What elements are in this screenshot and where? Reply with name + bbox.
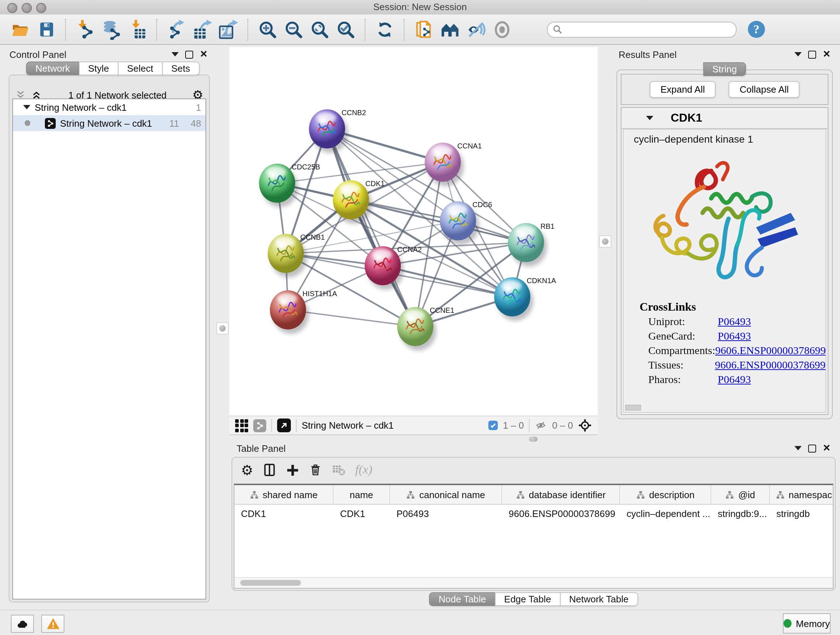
tab-sets[interactable]: Sets: [162, 62, 199, 75]
hide-graphics-button[interactable]: [465, 19, 487, 40]
crosslink-label: Uniprot:: [648, 316, 718, 328]
toolbar-separator: [65, 19, 66, 40]
toolbar-separator: [404, 19, 405, 40]
network-node-CCNB2[interactable]: [309, 109, 345, 149]
node-structure-thumbnail: [339, 188, 363, 211]
right-splitter-handle[interactable]: [599, 235, 611, 248]
network-node-HIST1H1A[interactable]: [270, 290, 306, 329]
delete-table-icon[interactable]: [332, 463, 346, 477]
column-header-description[interactable]: description: [620, 485, 711, 504]
network-row[interactable]: String Network – cdk1 11 48: [13, 115, 205, 131]
column-header--id[interactable]: @id: [711, 485, 770, 504]
network-node-CDK1[interactable]: [333, 180, 369, 219]
checkbox-icon[interactable]: [488, 421, 498, 430]
houses-button[interactable]: [439, 19, 461, 40]
panel-close-icon[interactable]: ✕: [823, 445, 831, 452]
network-node-CCNB1[interactable]: [268, 234, 304, 273]
save-session-button[interactable]: [35, 19, 57, 40]
close-window-button[interactable]: [7, 3, 17, 13]
panel-menu-icon[interactable]: [794, 446, 802, 450]
search-input[interactable]: [565, 24, 731, 35]
network-edge-CCNB2-CCNE1[interactable]: [327, 129, 415, 326]
crosslink-link[interactable]: P06493: [718, 316, 751, 328]
tree-expand-icon[interactable]: [23, 105, 30, 109]
crosshair-icon[interactable]: [578, 418, 592, 432]
crosslink-link[interactable]: P06493: [718, 330, 751, 342]
grid-icon[interactable]: [235, 419, 248, 432]
zoom-in-button[interactable]: [257, 19, 279, 40]
network-node-RB1[interactable]: [508, 223, 544, 262]
refresh-button[interactable]: [374, 19, 396, 40]
panel-close-icon[interactable]: ✕: [823, 51, 831, 58]
panel-menu-icon[interactable]: [172, 52, 179, 57]
share-icon[interactable]: [253, 419, 266, 432]
network-edge-HIST1H1A-CCNE1[interactable]: [288, 310, 415, 326]
eye-button[interactable]: [491, 19, 513, 40]
column-header-namespac[interactable]: namespac: [770, 485, 834, 504]
nav-arrow-icon[interactable]: [277, 418, 291, 432]
crosslink-link[interactable]: P06493: [718, 374, 751, 386]
eye-slash-icon[interactable]: [535, 420, 547, 431]
results-panel-title: Results Panel: [619, 49, 676, 60]
function-icon[interactable]: f(x): [355, 463, 372, 477]
network-node-CCNA1[interactable]: [425, 143, 461, 182]
tab-string[interactable]: String: [703, 62, 746, 76]
warning-button[interactable]: [41, 615, 65, 633]
memory-button[interactable]: Memory: [783, 613, 831, 633]
tab-edge-table[interactable]: Edge Table: [495, 592, 561, 606]
export-table-button[interactable]: [192, 19, 213, 40]
zoom-fit-button[interactable]: [309, 19, 331, 40]
import-table-button[interactable]: [126, 19, 148, 40]
column-header-name[interactable]: name: [333, 485, 390, 504]
network-node-CCNE1[interactable]: [397, 307, 433, 346]
column-header-canonical-name[interactable]: canonical name: [390, 485, 502, 504]
crosslink-link[interactable]: 9606.ENSP00000378699: [715, 359, 826, 371]
results-scrollbar-thumb[interactable]: [625, 405, 641, 410]
cloud-button[interactable]: [11, 615, 34, 633]
import-network-button[interactable]: [74, 19, 96, 40]
column-header-shared-name[interactable]: shared name: [234, 485, 333, 504]
panel-float-icon[interactable]: [185, 50, 193, 58]
gear-icon[interactable]: ⚙: [241, 462, 253, 478]
import-database-button[interactable]: [101, 19, 122, 40]
help-button[interactable]: ?: [745, 19, 767, 40]
panel-float-icon[interactable]: [808, 444, 816, 452]
column-header-database-identifier[interactable]: database identifier: [502, 485, 620, 504]
export-network-button[interactable]: [166, 19, 187, 40]
zoom-selected-button[interactable]: [335, 19, 357, 40]
table-panel-box: ⚙ f(x) shared namenamecanonical namedata…: [232, 457, 836, 591]
network-node-CDC25B[interactable]: [259, 164, 295, 203]
network-node-CDKN1A[interactable]: [494, 277, 531, 317]
zoom-out-button[interactable]: [283, 19, 305, 40]
table-row[interactable]: CDK1CDK1P064939606.ENSP00000378699cyclin…: [234, 505, 833, 523]
gene-section-header[interactable]: CDK1: [622, 108, 828, 129]
tab-network-table[interactable]: Network Table: [560, 592, 638, 606]
section-collapse-icon[interactable]: [646, 116, 653, 120]
tab-node-table[interactable]: Node Table: [429, 592, 495, 606]
network-collection-row[interactable]: String Network – cdk1 1: [13, 99, 205, 115]
minimize-window-button[interactable]: [22, 3, 32, 13]
open-session-icon: [11, 20, 30, 39]
crosslink-link[interactable]: 9606.ENSP00000378699: [715, 345, 826, 357]
table-scrollbar-thumb[interactable]: [240, 580, 301, 586]
network-node-CDC6[interactable]: [440, 201, 476, 241]
collapse-all-button[interactable]: Collapse All: [729, 81, 800, 98]
panel-close-icon[interactable]: ✕: [200, 51, 208, 58]
trash-icon[interactable]: [309, 463, 322, 477]
tab-network[interactable]: Network: [26, 62, 79, 75]
panel-menu-icon[interactable]: [794, 52, 802, 57]
maximize-window-button[interactable]: [36, 3, 46, 13]
network-canvas[interactable]: CCNB2CCNA1CDC25BCDK1CDC6RB1CCNB1CCNA2CDK…: [229, 47, 598, 416]
zoom-out-icon: [284, 20, 303, 39]
left-splitter-handle[interactable]: [216, 322, 229, 334]
export-image-button[interactable]: [218, 19, 240, 40]
expand-all-button[interactable]: Expand All: [650, 81, 716, 98]
open-session-button[interactable]: [9, 19, 31, 40]
tab-style[interactable]: Style: [79, 62, 118, 75]
add-icon[interactable]: [286, 463, 300, 477]
columns-icon[interactable]: [263, 463, 276, 477]
panel-float-icon[interactable]: [808, 50, 816, 58]
tab-select[interactable]: Select: [118, 62, 163, 75]
network-node-CCNA2[interactable]: [365, 246, 401, 285]
copy-network-button[interactable]: [413, 19, 435, 40]
